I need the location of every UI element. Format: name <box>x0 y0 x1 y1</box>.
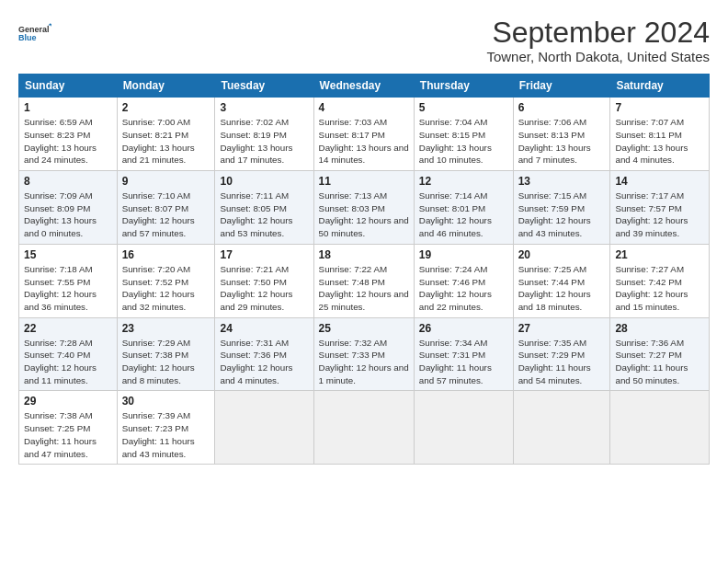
subtitle: Towner, North Dakota, United States <box>486 49 710 64</box>
day-info: Sunrise: 7:11 AMSunset: 8:05 PMDaylight:… <box>220 190 292 238</box>
day-number: 29 <box>24 395 112 408</box>
day-info: Sunrise: 7:02 AMSunset: 8:19 PMDaylight:… <box>220 117 292 165</box>
calendar-header-row: Sunday Monday Tuesday Wednesday Thursday… <box>19 75 710 98</box>
calendar-cell: 29 Sunrise: 7:38 AMSunset: 7:25 PMDaylig… <box>19 391 118 465</box>
day-number: 25 <box>319 322 409 335</box>
day-info: Sunrise: 7:18 AMSunset: 7:55 PMDaylight:… <box>24 264 97 312</box>
day-info: Sunrise: 7:25 AMSunset: 7:44 PMDaylight:… <box>518 264 591 312</box>
calendar-cell: 13 Sunrise: 7:15 AMSunset: 7:59 PMDaylig… <box>513 171 610 245</box>
calendar-cell: 30 Sunrise: 7:39 AMSunset: 7:23 PMDaylig… <box>117 391 215 465</box>
day-info: Sunrise: 7:28 AMSunset: 7:40 PMDaylight:… <box>24 338 97 385</box>
day-info: Sunrise: 7:07 AMSunset: 8:11 PMDaylight:… <box>615 117 688 165</box>
calendar-cell: 26 Sunrise: 7:34 AMSunset: 7:31 PMDaylig… <box>414 317 513 391</box>
day-info: Sunrise: 7:39 AMSunset: 7:23 PMDaylight:… <box>122 410 195 458</box>
day-info: Sunrise: 7:34 AMSunset: 7:31 PMDaylight:… <box>419 338 492 385</box>
day-number: 22 <box>24 322 112 335</box>
col-friday: Friday <box>513 75 610 98</box>
calendar-cell: 14 Sunrise: 7:17 AMSunset: 7:57 PMDaylig… <box>610 171 710 245</box>
calendar-cell: 10 Sunrise: 7:11 AMSunset: 8:05 PMDaylig… <box>215 171 313 245</box>
calendar-cell: 19 Sunrise: 7:24 AMSunset: 7:46 PMDaylig… <box>414 244 513 317</box>
day-info: Sunrise: 7:36 AMSunset: 7:27 PMDaylight:… <box>615 338 688 385</box>
day-number: 12 <box>419 175 508 188</box>
calendar-cell: 16 Sunrise: 7:20 AMSunset: 7:52 PMDaylig… <box>117 244 215 317</box>
day-number: 9 <box>122 175 210 188</box>
calendar-cell: 23 Sunrise: 7:29 AMSunset: 7:38 PMDaylig… <box>117 317 215 391</box>
col-monday: Monday <box>117 75 215 98</box>
day-info: Sunrise: 7:14 AMSunset: 8:01 PMDaylight:… <box>419 190 492 238</box>
day-number: 2 <box>122 101 210 114</box>
calendar-cell: 12 Sunrise: 7:14 AMSunset: 8:01 PMDaylig… <box>414 171 513 245</box>
day-info: Sunrise: 7:38 AMSunset: 7:25 PMDaylight:… <box>24 410 97 458</box>
day-info: Sunrise: 7:10 AMSunset: 8:07 PMDaylight:… <box>122 190 195 238</box>
calendar-cell: 27 Sunrise: 7:35 AMSunset: 7:29 PMDaylig… <box>513 317 610 391</box>
calendar-cell <box>610 391 710 465</box>
day-number: 23 <box>122 322 210 335</box>
svg-text:General: General <box>18 25 50 34</box>
day-number: 3 <box>220 101 308 114</box>
day-info: Sunrise: 7:29 AMSunset: 7:38 PMDaylight:… <box>122 338 195 385</box>
day-number: 28 <box>615 322 704 335</box>
day-number: 6 <box>518 101 606 114</box>
calendar-cell: 28 Sunrise: 7:36 AMSunset: 7:27 PMDaylig… <box>610 317 710 391</box>
day-info: Sunrise: 7:24 AMSunset: 7:46 PMDaylight:… <box>419 264 492 312</box>
day-info: Sunrise: 7:09 AMSunset: 8:09 PMDaylight:… <box>24 190 97 238</box>
calendar-cell: 22 Sunrise: 7:28 AMSunset: 7:40 PMDaylig… <box>19 317 118 391</box>
calendar-cell <box>513 391 610 465</box>
day-info: Sunrise: 7:04 AMSunset: 8:15 PMDaylight:… <box>419 117 492 165</box>
calendar-cell: 17 Sunrise: 7:21 AMSunset: 7:50 PMDaylig… <box>215 244 313 317</box>
day-info: Sunrise: 7:32 AMSunset: 7:33 PMDaylight:… <box>319 338 409 385</box>
col-tuesday: Tuesday <box>215 75 313 98</box>
week-row-4: 29 Sunrise: 7:38 AMSunset: 7:25 PMDaylig… <box>19 391 710 465</box>
day-number: 8 <box>24 175 112 188</box>
day-info: Sunrise: 7:27 AMSunset: 7:42 PMDaylight:… <box>615 264 688 312</box>
day-number: 26 <box>419 322 508 335</box>
calendar-cell: 2 Sunrise: 7:00 AMSunset: 8:21 PMDayligh… <box>117 98 215 171</box>
logo: General Blue <box>18 17 51 50</box>
calendar-cell: 5 Sunrise: 7:04 AMSunset: 8:15 PMDayligh… <box>414 98 513 171</box>
day-number: 13 <box>518 175 606 188</box>
main-title: September 2024 <box>486 17 710 49</box>
week-row-3: 22 Sunrise: 7:28 AMSunset: 7:40 PMDaylig… <box>19 317 710 391</box>
calendar-cell: 9 Sunrise: 7:10 AMSunset: 8:07 PMDayligh… <box>117 171 215 245</box>
calendar-cell: 1 Sunrise: 6:59 AMSunset: 8:23 PMDayligh… <box>19 98 118 171</box>
day-number: 21 <box>615 248 704 261</box>
day-info: Sunrise: 7:13 AMSunset: 8:03 PMDaylight:… <box>319 190 409 238</box>
svg-marker-3 <box>51 26 51 29</box>
calendar-cell: 7 Sunrise: 7:07 AMSunset: 8:11 PMDayligh… <box>610 98 710 171</box>
day-info: Sunrise: 7:06 AMSunset: 8:13 PMDaylight:… <box>518 117 591 165</box>
logo-svg: General Blue <box>18 17 51 50</box>
day-number: 20 <box>518 248 606 261</box>
day-number: 24 <box>220 322 308 335</box>
day-info: Sunrise: 7:31 AMSunset: 7:36 PMDaylight:… <box>220 338 292 385</box>
calendar-cell: 6 Sunrise: 7:06 AMSunset: 8:13 PMDayligh… <box>513 98 610 171</box>
calendar-cell: 24 Sunrise: 7:31 AMSunset: 7:36 PMDaylig… <box>215 317 313 391</box>
header: General Blue September 2024 Towner, Nort… <box>18 17 710 64</box>
day-number: 14 <box>615 175 704 188</box>
day-number: 4 <box>319 101 409 114</box>
day-number: 18 <box>319 248 409 261</box>
day-number: 7 <box>615 101 704 114</box>
day-info: Sunrise: 7:35 AMSunset: 7:29 PMDaylight:… <box>518 338 591 385</box>
week-row-1: 8 Sunrise: 7:09 AMSunset: 8:09 PMDayligh… <box>19 171 710 245</box>
day-number: 5 <box>419 101 508 114</box>
day-number: 27 <box>518 322 606 335</box>
day-number: 10 <box>220 175 308 188</box>
day-number: 16 <box>122 248 210 261</box>
day-number: 15 <box>24 248 112 261</box>
week-row-0: 1 Sunrise: 6:59 AMSunset: 8:23 PMDayligh… <box>19 98 710 171</box>
day-number: 11 <box>319 175 409 188</box>
calendar-cell <box>313 391 414 465</box>
page: General Blue September 2024 Towner, Nort… <box>0 0 728 563</box>
day-number: 1 <box>24 101 112 114</box>
day-number: 30 <box>122 395 210 408</box>
calendar-cell: 3 Sunrise: 7:02 AMSunset: 8:19 PMDayligh… <box>215 98 313 171</box>
calendar-cell: 15 Sunrise: 7:18 AMSunset: 7:55 PMDaylig… <box>19 244 118 317</box>
day-info: Sunrise: 7:21 AMSunset: 7:50 PMDaylight:… <box>220 264 292 312</box>
calendar-cell: 4 Sunrise: 7:03 AMSunset: 8:17 PMDayligh… <box>313 98 414 171</box>
day-info: Sunrise: 7:03 AMSunset: 8:17 PMDaylight:… <box>319 117 409 165</box>
day-info: Sunrise: 7:00 AMSunset: 8:21 PMDaylight:… <box>122 117 195 165</box>
day-info: Sunrise: 7:15 AMSunset: 7:59 PMDaylight:… <box>518 190 591 238</box>
svg-text:Blue: Blue <box>18 33 37 42</box>
col-wednesday: Wednesday <box>313 75 414 98</box>
day-info: Sunrise: 6:59 AMSunset: 8:23 PMDaylight:… <box>24 117 97 165</box>
